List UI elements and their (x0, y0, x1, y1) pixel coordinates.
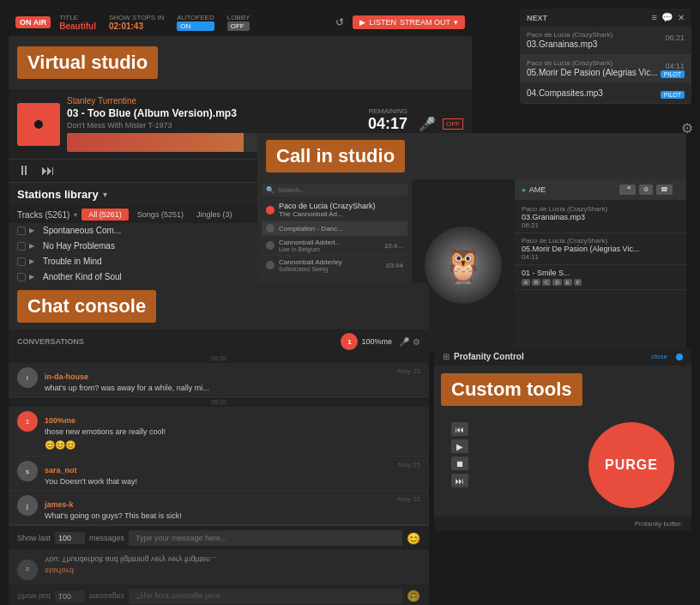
listen-chevron: ▾ (454, 18, 458, 27)
list-item: s starford You: Thunderbolt and lightnin… (9, 550, 429, 584)
track-play-icon[interactable]: ▶ (29, 242, 39, 250)
cs-action-btn[interactable]: 🎤 (619, 185, 636, 195)
caller-indicator (266, 206, 275, 215)
nq-close-button[interactable]: ✕ (678, 13, 685, 22)
topbar: ON AIR TITLE Beautiful SHOW STOPS IN 02:… (9, 9, 472, 36)
msg-avatar: i (17, 367, 38, 388)
cs-mini-btn[interactable]: F (574, 279, 582, 286)
inverted-input-area: Show last messages 😊 (9, 584, 429, 605)
caller-indicator (266, 241, 275, 250)
pause-button[interactable]: ⏸ (17, 163, 31, 178)
caller-indicator (266, 261, 275, 269)
msg-content: james-k What's going on guys? This beat … (45, 495, 391, 520)
message-input-inv[interactable] (129, 589, 402, 604)
pilot-badge: PILOT (661, 91, 685, 99)
msg-date: May 25 (398, 461, 420, 469)
msg-text: You: Thunderbolt and lightning very very… (45, 555, 420, 564)
track-play-icon[interactable]: ▶ (29, 227, 39, 234)
track-checkbox[interactable] (17, 242, 26, 251)
cs-right-time: 06:21 (522, 221, 679, 229)
emoji-button[interactable]: 😊 (407, 532, 420, 545)
msg-username: james-k (45, 500, 74, 509)
autofeed-toggle[interactable]: ON (177, 21, 214, 31)
listen-button[interactable]: ▶ LISTEN STREAM OUT ▾ (353, 15, 465, 29)
autofeed-label: AUTOFEED (177, 14, 214, 21)
msg-username: starford (45, 566, 74, 575)
mic-chat-icon[interactable]: 🎤 (399, 337, 409, 347)
cs-action-btn[interactable]: ⚙ (639, 185, 653, 195)
record-dot (34, 120, 43, 129)
cs-mini-btn[interactable]: A (522, 279, 530, 286)
settings-chat-icon[interactable]: ⚙ (413, 337, 420, 347)
purge-label: PURGE (605, 457, 658, 473)
cs-mini-btn[interactable]: E (564, 279, 572, 286)
messages-list: 08:35 i in-da-house what's up from? was … (9, 354, 429, 525)
cs-caller-info: Compilation - Danc... (279, 225, 403, 233)
cs-action-buttons: 🎤 ⚙ ☎ (612, 182, 679, 197)
nq-chat-icon[interactable]: 💬 (661, 12, 673, 23)
msg-avatar: j (17, 495, 38, 516)
filter-songs[interactable]: Songs (5251) (133, 209, 188, 221)
chat-console-panel: Chat console CONVERSATIONS 1 100%me 🎤 ⚙ … (9, 283, 429, 605)
cs-search-input[interactable] (278, 186, 403, 194)
tracks-count: Tracks (5261) (17, 210, 69, 220)
track-play-icon[interactable]: ▶ (29, 257, 39, 265)
listen-icon: ▶ (359, 18, 365, 27)
skip-button[interactable]: ⏭ (41, 163, 55, 178)
cs-action-btn[interactable]: ☎ (656, 185, 673, 195)
cs-live: Live In Belgium (279, 246, 380, 252)
show-count-input-inv[interactable] (55, 590, 85, 602)
on-air-badge: ON AIR (15, 16, 51, 28)
ct-close-label[interactable]: close (651, 353, 667, 360)
cs-caller-info: Paco de Lucia (CrazyShark) The Cannonbal… (279, 202, 403, 218)
cs-right-artist: Paco de Lucia (CrazyShark) (522, 237, 679, 245)
track-checkbox[interactable] (17, 257, 26, 266)
caller-indicator (266, 224, 275, 233)
ct-prev-btn[interactable]: ⏮ (451, 422, 468, 436)
cs-mini-btn[interactable]: C (542, 279, 551, 286)
cs-mini-btn[interactable]: D (552, 279, 561, 286)
cs-right-queue-item: Paco de Lucia (CrazyShark) 05.Morir De P… (515, 233, 686, 265)
lobby-toggle[interactable]: OFF (227, 21, 250, 31)
track-play-icon[interactable]: ▶ (29, 273, 39, 281)
cs-mini-btn[interactable]: B (532, 279, 540, 286)
cs-track: The Cannonball Ad... (279, 210, 403, 218)
show-last-label-inv: Show last (17, 592, 51, 601)
custom-tools-header: ⊞ Profanity Control close (434, 348, 691, 366)
stations-library-arrow: ▾ (103, 190, 107, 199)
inverted-messages: s starford You: Thunderbolt and lightnin… (9, 550, 429, 584)
emoji-button-inv[interactable]: 😊 (407, 590, 420, 603)
track-checkbox[interactable] (17, 227, 26, 235)
cs-caller: Paco de Lucia (CrazyShark) (279, 202, 403, 210)
chat-input-area: Show last messages 😊 (9, 525, 429, 550)
purge-button[interactable]: PURGE (588, 422, 674, 508)
custom-tools-title: Profanity Control (454, 352, 524, 361)
list-item: i in-da-house what's up from? was away f… (9, 363, 429, 397)
track-checkbox[interactable] (17, 273, 26, 281)
filter-jingles[interactable]: Jingles (3) (192, 209, 237, 221)
nq-list-icon[interactable]: ≡ (652, 12, 657, 23)
msg-date: May 25 (398, 367, 420, 375)
ct-status-dot (676, 354, 683, 360)
refresh-icon[interactable]: ↺ (335, 16, 344, 28)
ct-play-btn[interactable]: ▶ (451, 439, 468, 453)
cs-right-queue-item: 01 - Smile S... A B C D E F (515, 265, 686, 290)
message-input[interactable] (129, 530, 402, 546)
lobby-meta: LOBBY OFF (227, 14, 250, 31)
msg-date: May 25 (398, 495, 420, 503)
cs-duration: 03:44 (386, 262, 403, 269)
remaining-label: REMAINING (369, 107, 407, 115)
ct-next-btn[interactable]: ⏭ (451, 474, 468, 487)
next-queue-item: Paco de Lucia (CrazyShark) 03.Granainas.… (520, 27, 691, 55)
custom-tools-label: Custom tools (441, 373, 582, 406)
conversations-label: CONVERSATIONS (17, 337, 84, 346)
ct-stop-btn[interactable]: ⏹ (451, 457, 468, 470)
list-item: s sara_not You Doesn't work that way! Ma… (9, 457, 429, 491)
cs-queue-row: Compilation - Danc... (262, 221, 407, 236)
owl-image: 🦉 (425, 227, 502, 304)
filter-all[interactable]: All (5261) (81, 209, 129, 221)
off-badge: OFF (443, 118, 463, 130)
show-count-input[interactable] (55, 532, 85, 544)
current-user-avatar: 1 (341, 333, 358, 350)
msg-text: those new emotions are really cool! (45, 427, 420, 436)
